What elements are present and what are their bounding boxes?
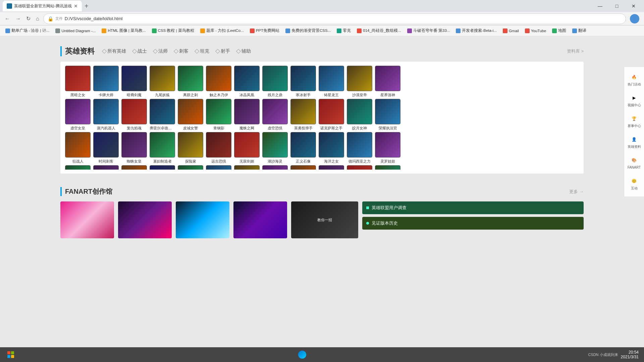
filter-tab-assassin[interactable]: 刺客 xyxy=(174,48,189,54)
hero-card-7[interactable]: 冰晶凤凰 xyxy=(233,66,260,98)
hero-more-link[interactable]: 资料库 > xyxy=(567,48,584,54)
close-button[interactable]: ✕ xyxy=(626,0,641,12)
bookmark-item-2[interactable]: HTML 图像 | 菜鸟教... xyxy=(99,27,148,34)
hero-card-48[interactable] xyxy=(374,165,401,170)
bookmark-item-8[interactable]: 014_尚硅谷_数组模... xyxy=(354,27,404,34)
hero-card-19[interactable]: 魔蛛之网 xyxy=(233,99,260,131)
hero-card-17[interactable]: 皮城女警 xyxy=(177,99,204,131)
hero-card-41[interactable] xyxy=(177,165,204,170)
fanart-more-link[interactable]: 更多 → xyxy=(569,189,584,195)
hero-card-6[interactable]: 触之木乃伊 xyxy=(205,66,232,98)
hero-card-32[interactable]: 潮沙海灵 xyxy=(262,132,288,164)
hero-card-2[interactable]: 卡牌大师 xyxy=(93,66,119,98)
news-item-1[interactable]: 英雄联盟用户调查 xyxy=(362,201,584,214)
hero-card-4[interactable]: 九尾妖狐 xyxy=(149,66,176,98)
hero-card-18[interactable]: 青钢影 xyxy=(205,99,232,131)
bookmark-item-5[interactable]: PPT免费网站 xyxy=(247,27,282,34)
hero-card-44[interactable] xyxy=(262,165,288,170)
sidebar-item-fanart[interactable]: 🎨 FANART xyxy=(624,153,644,173)
hero-card-47[interactable] xyxy=(346,165,373,170)
hero-card-5[interactable]: 离群之刺 xyxy=(177,66,204,98)
sidebar-item-esports[interactable]: 🏆 赛事中心 xyxy=(624,111,644,131)
fanart-item-3[interactable] xyxy=(176,201,229,238)
bookmark-item-14[interactable]: 翻译 xyxy=(570,27,589,34)
tab-close-button[interactable]: ✕ xyxy=(74,3,78,9)
bookmark-label-8: 014_尚硅谷_数组模... xyxy=(363,28,401,33)
news-item-2[interactable]: 见证版本历史 xyxy=(362,217,584,230)
filter-tab-tank[interactable]: 坦克 xyxy=(195,48,209,54)
bookmark-item-10[interactable]: 开发者搜索-Beta-i... xyxy=(453,27,499,34)
sidebar-item-activities[interactable]: 🔥 热门活动 xyxy=(624,70,644,90)
hero-card-24[interactable]: 荣耀执法官 xyxy=(374,99,401,131)
hero-card-11[interactable]: 沙漠皇帝 xyxy=(346,66,373,98)
hero-card-43[interactable] xyxy=(233,165,260,170)
address-bar[interactable]: 🔒 文件 D:/VS/vscode_date/lol/lol.html xyxy=(43,13,626,24)
fanart-teach-img[interactable]: 教你一招 xyxy=(291,201,358,238)
browser-tab[interactable]: 英雄联盟全新官方网站-腾讯游戏 ✕ xyxy=(3,1,82,11)
fanart-item-4[interactable] xyxy=(233,201,287,238)
bookmark-item-4[interactable]: 题库 - 力扣 (LeetCo... xyxy=(198,27,247,34)
hero-grid[interactable]: 黑暗之女 卡牌大师 暗裔剑魔 九尾妖狐 离群之刺 触之木乃伊 冰晶凤凰 残月之鼎… xyxy=(64,66,580,170)
hero-card-21[interactable]: 英勇投弹手 xyxy=(290,99,317,131)
hero-card-29[interactable]: 探险家 xyxy=(177,132,204,164)
fanart-item-1[interactable] xyxy=(60,201,114,238)
home-button[interactable]: ⌂ xyxy=(35,14,41,23)
hero-card-10[interactable]: 铸星龙王 xyxy=(318,66,345,98)
sidebar-item-hero[interactable]: 👤 英雄资料 xyxy=(624,132,644,152)
hero-card-36[interactable]: 灵罗娃娃 xyxy=(374,132,401,164)
hero-card-39[interactable] xyxy=(121,165,148,170)
hero-card-8[interactable]: 残月之鼎 xyxy=(262,66,288,98)
filter-tab-mage[interactable]: 法师 xyxy=(154,48,168,54)
filter-tab-warrior[interactable]: 战士 xyxy=(133,48,147,54)
hero-card-26[interactable]: 时间刺客 xyxy=(93,132,119,164)
hero-card-45[interactable] xyxy=(290,165,317,170)
bookmark-item-11[interactable]: Gmail xyxy=(500,27,522,34)
filter-tab-marksman[interactable]: 射手 xyxy=(216,48,230,54)
hero-card-22[interactable]: 诺克萨斯之手 xyxy=(318,99,345,131)
hero-card-1[interactable]: 黑暗之女 xyxy=(64,66,91,98)
hero-card-20[interactable]: 虚空恐惧 xyxy=(262,99,288,131)
hero-card-34[interactable]: 海洋之女 xyxy=(318,132,345,164)
hero-card-16[interactable]: 弗雷尔卓德之心 xyxy=(149,99,176,131)
hero-card-25[interactable]: 狂战人 xyxy=(64,132,91,164)
bookmark-item-3[interactable]: CSS 教程 | 菜鸟教程 xyxy=(149,27,197,34)
hero-card-13[interactable]: 虚空女皇 xyxy=(64,99,91,131)
bookmark-item-0[interactable]: 鹅单广场 - 洽谷 | 计... xyxy=(3,27,52,34)
filter-tab-all[interactable]: 所有英雄 xyxy=(103,48,126,54)
bookmark-item-6[interactable]: 免费的渐变背景CSS... xyxy=(283,27,333,34)
sidebar-item-video[interactable]: ▶ 视频中心 xyxy=(624,90,644,111)
hero-card-38[interactable] xyxy=(93,165,119,170)
hero-card-27[interactable]: 蜘蛛女皇 xyxy=(121,132,148,164)
hero-card-3[interactable]: 暗裔剑魔 xyxy=(121,66,148,98)
back-button[interactable]: ← xyxy=(3,14,11,23)
bookmark-item-13[interactable]: 地图 xyxy=(549,27,569,34)
bookmark-item-1[interactable]: Untitled Diagram -... xyxy=(53,27,98,34)
hero-card-14[interactable]: 蒸汽机器人 xyxy=(93,99,119,131)
hero-card-42[interactable] xyxy=(205,165,232,170)
user-profile-button[interactable] xyxy=(629,13,641,25)
bookmark-item-9[interactable]: 斗破苍穹年番 第33... xyxy=(405,27,453,34)
hero-card-23[interactable]: 皎月女神 xyxy=(346,99,373,131)
hero-card-46[interactable] xyxy=(318,165,345,170)
new-tab-button[interactable]: + xyxy=(85,2,89,10)
hero-card-12[interactable]: 星界游神 xyxy=(374,66,401,98)
bookmark-item-7[interactable]: 零克 xyxy=(334,27,354,34)
hero-card-37[interactable] xyxy=(64,165,91,170)
sidebar-item-interact[interactable]: 😊 互动 xyxy=(624,174,644,194)
hero-card-31[interactable]: 无双剑姬 xyxy=(233,132,260,164)
minimize-button[interactable]: — xyxy=(592,0,608,12)
hero-card-40[interactable] xyxy=(149,165,176,170)
hero-card-30[interactable]: 远古恐惧 xyxy=(205,132,232,164)
hero-card-35[interactable]: 德玛西亚之力 xyxy=(346,132,373,164)
hero-card-15[interactable]: 复仇焰魂 xyxy=(121,99,148,131)
filter-tab-support[interactable]: 辅助 xyxy=(237,48,251,54)
hero-card-33[interactable]: 正义石像 xyxy=(290,132,317,164)
bookmark-item-12[interactable]: YouTube xyxy=(522,27,549,34)
refresh-button[interactable]: ↻ xyxy=(25,14,32,23)
hero-img-31 xyxy=(234,132,260,158)
hero-card-9[interactable]: 寒冰射手 xyxy=(290,66,317,98)
hero-card-28[interactable]: 寡妇制造者 xyxy=(149,132,176,164)
fanart-item-2[interactable] xyxy=(118,201,172,238)
forward-button[interactable]: → xyxy=(14,14,22,23)
maximize-button[interactable]: □ xyxy=(609,0,625,12)
